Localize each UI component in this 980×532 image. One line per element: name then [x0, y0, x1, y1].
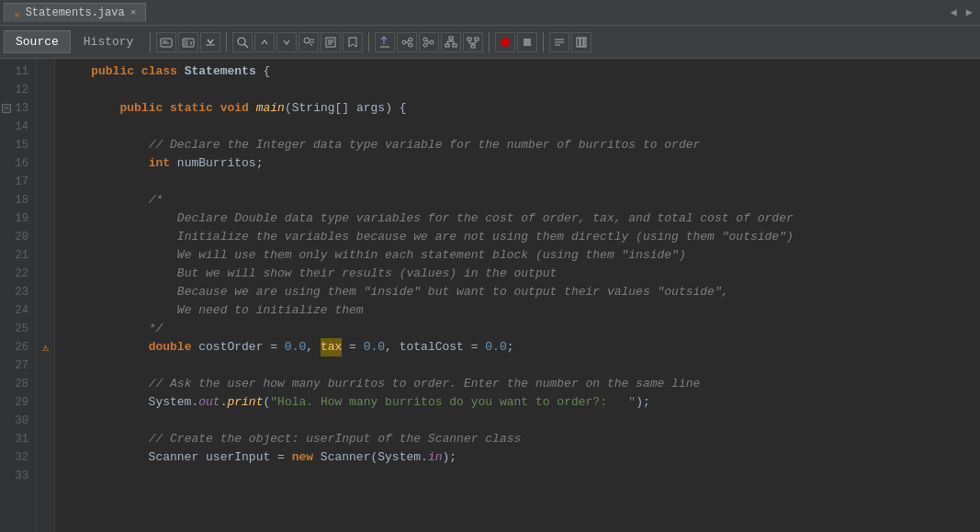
nav-right-icon[interactable]: ▶	[963, 4, 976, 21]
line-num-31: 31	[0, 430, 36, 448]
lines-button[interactable]	[549, 32, 569, 52]
record-button[interactable]	[495, 32, 515, 52]
toolbar-group-3	[375, 32, 483, 52]
gutter-28	[37, 375, 54, 393]
gutter-21	[37, 246, 54, 265]
line-num-14: 14	[0, 118, 36, 136]
back-button[interactable]	[156, 32, 176, 52]
toolbar-separator-2	[226, 32, 227, 52]
line-num-19: 19	[0, 209, 36, 228]
svg-rect-16	[445, 44, 449, 47]
fold-indicator-13[interactable]: −	[2, 104, 11, 113]
columns-button[interactable]	[571, 32, 591, 52]
line-num-28: 28	[0, 375, 36, 393]
supertypes-button[interactable]	[463, 32, 483, 52]
gutter-32	[37, 448, 54, 467]
svg-point-4	[238, 38, 245, 45]
code-line-23: Because we are using them "inside" but w…	[55, 283, 980, 301]
code-line-28: // Ask the user how many burritos to ord…	[55, 375, 980, 393]
gutter-20	[37, 228, 54, 246]
code-line-30	[55, 412, 980, 430]
subtypes-button[interactable]	[441, 32, 461, 52]
toolbar-separator-4	[489, 32, 490, 52]
gutter-22	[37, 265, 54, 283]
gutter-17	[37, 173, 54, 191]
svg-rect-17	[453, 44, 456, 47]
line-num-24: 24	[0, 301, 36, 320]
toolbar-separator-3	[368, 32, 369, 52]
file-tab[interactable]: ☕ Statements.java ×	[4, 3, 146, 22]
close-tab-button[interactable]: ×	[130, 7, 137, 18]
ide-window: ☕ Statements.java × ◀ ▶ Source History	[0, 0, 980, 532]
down-button[interactable]	[200, 32, 220, 52]
code-line-17	[55, 173, 980, 191]
toolbar-group-1	[156, 32, 220, 52]
gutter-25	[37, 320, 54, 338]
file-name: Statements.java	[26, 6, 125, 19]
line-num-27: 27	[0, 357, 36, 375]
line-num-15: 15	[0, 136, 36, 154]
line-num-33: 33	[0, 467, 36, 485]
gutter-31	[37, 430, 54, 448]
nav-arrows: ◀ ▶	[947, 4, 976, 21]
svg-rect-20	[475, 38, 479, 40]
gutter-27	[37, 357, 54, 375]
svg-rect-23	[577, 38, 580, 47]
code-line-11: public class Statements {	[55, 62, 980, 81]
code-line-22: But we will show their results (values) …	[55, 265, 980, 283]
code-content[interactable]: public class Statements { public static …	[55, 59, 980, 532]
nav-left-icon[interactable]: ◀	[947, 4, 961, 21]
gutter-11	[37, 62, 54, 81]
tab-history[interactable]: History	[73, 31, 145, 52]
title-bar: ☕ Statements.java × ◀ ▶	[0, 0, 980, 26]
callees-button[interactable]	[419, 32, 439, 52]
bookmark-button[interactable]	[343, 32, 363, 52]
code-line-29: System.out.print("Hola. How many burrito…	[55, 393, 980, 412]
code-line-31: // Create the object: userInput of the S…	[55, 430, 980, 448]
svg-point-12	[430, 40, 434, 44]
line-num-16: 16	[0, 154, 36, 173]
code-line-12	[55, 81, 980, 99]
line-num-12: 12	[0, 81, 36, 99]
line-num-20: 20	[0, 228, 36, 246]
gutter-14	[37, 118, 54, 136]
toolbar-separator-1	[150, 32, 151, 52]
code-line-15: // Declare the Integer data type variabl…	[55, 136, 980, 154]
callers-button[interactable]	[397, 32, 417, 52]
find-all-button[interactable]	[299, 32, 319, 52]
code-line-19: Declare Double data type variables for t…	[55, 209, 980, 228]
code-line-26: double costOrder = 0.0, tax = 0.0, total…	[55, 338, 980, 357]
java-file-icon: ☕	[14, 7, 20, 19]
svg-rect-15	[449, 37, 453, 40]
line-num-29: 29	[0, 393, 36, 412]
forward-button[interactable]	[178, 32, 198, 52]
search-button[interactable]	[232, 32, 253, 52]
svg-point-6	[304, 38, 310, 43]
code-line-20: Initialize the variables because we are …	[55, 228, 980, 246]
toolbar: Source History	[0, 26, 980, 59]
gutter: ⚠	[37, 59, 55, 532]
code-line-24: We need to initialize them	[55, 301, 980, 320]
code-area: 11 12 − 13 14 15 16 17 18 19 20 21 22 23…	[0, 59, 980, 532]
mark-button[interactable]	[321, 32, 341, 52]
code-line-32: Scanner userInput = new Scanner(System.i…	[55, 448, 980, 467]
svg-line-5	[244, 44, 248, 48]
goto-button[interactable]	[375, 32, 395, 52]
toolbar-group-4	[495, 32, 537, 52]
svg-rect-25	[584, 38, 586, 47]
find-next-button[interactable]	[276, 32, 297, 52]
line-num-30: 30	[0, 412, 36, 430]
toolbar-group-5	[549, 32, 591, 52]
line-num-23: 23	[0, 283, 36, 301]
tab-source[interactable]: Source	[4, 30, 71, 53]
code-line-14	[55, 118, 980, 136]
line-num-25: 25	[0, 320, 36, 338]
stop-button[interactable]	[517, 32, 537, 52]
code-line-21: We will use them only within each statem…	[55, 246, 980, 265]
line-num-13: − 13	[0, 99, 36, 118]
find-prev-button[interactable]	[254, 32, 275, 52]
code-line-13: public static void main(String[] args) {	[55, 99, 980, 118]
line-num-22: 22	[0, 265, 36, 283]
line-num-11: 11	[0, 62, 36, 81]
line-num-26: 26	[0, 338, 36, 357]
